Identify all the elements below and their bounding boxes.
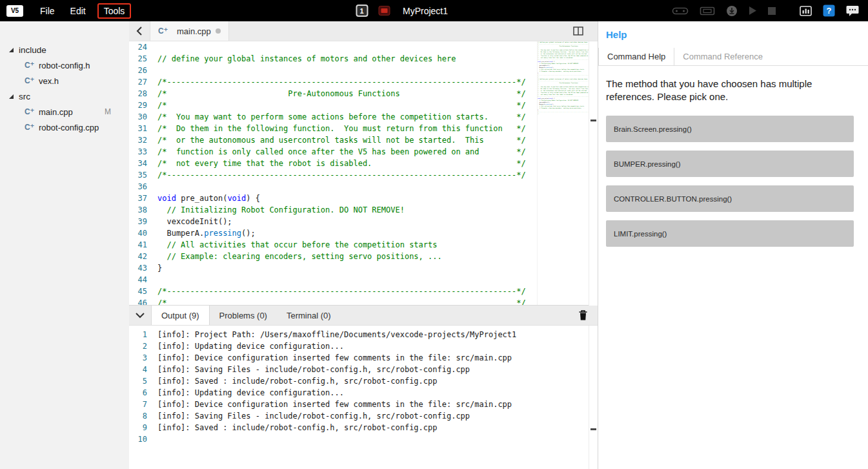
controller-icon[interactable] [672,6,689,16]
menu-file[interactable]: File [32,3,63,19]
console-line-text: [info]: Project Path: /Users/maxoffline/… [157,329,516,340]
back-chevron-icon[interactable] [129,21,150,41]
menu-tools[interactable]: Tools [97,3,132,19]
console-line-number: 9 [129,422,155,433]
play-icon[interactable] [749,6,757,16]
code-text-content: /* function is only called once after th… [157,146,526,158]
code-line: 31/* Do them in the following function. … [129,123,598,134]
tab-command-help[interactable]: Command Help [598,48,674,65]
code-line: 43} [129,262,598,274]
code-text-content: /*--------------------------------------… [157,76,526,88]
editor-scrollbar-handle[interactable] [590,120,596,121]
folder-expand-icon[interactable] [9,94,14,99]
output-panel-tabbar: Output (9) Problems (0) Terminal (0) [129,306,598,326]
editor-tab-main-cpp[interactable]: C⁺ main.cpp [150,21,229,41]
editor-tab-label: main.cpp [177,26,211,36]
help-option-button[interactable]: BUMPER.pressing() [606,151,854,177]
help-panel: Help Command Help Command Reference The … [598,21,868,469]
file-name: main.cpp [39,107,73,117]
minimap[interactable]: // define your global instances of motor… [537,41,589,305]
code-line: 35/*------------------------------------… [129,169,598,181]
split-editor-icon[interactable] [573,26,583,37]
console-line-text: [info]: Saved : include/robot-config.h, … [157,375,437,387]
code-line: 34/* not every time that the robot is di… [129,158,598,169]
file-robot-config.h[interactable]: C⁺robot-config.h [0,57,129,73]
line-number: 35 [129,169,155,181]
code-line: 30/* You may want to perform some action… [129,111,598,123]
clear-output-trash-icon[interactable] [579,310,587,322]
output-console[interactable]: 1[info]: Project Path: /Users/maxoffline… [129,326,598,469]
tab-command-reference-label: Command Reference [683,52,763,61]
code-line: 24 [129,41,598,53]
folder-src[interactable]: src [0,89,129,104]
console-line: 5[info]: Saved : include/robot-config.h,… [129,375,598,387]
console-line-number: 7 [129,399,155,410]
code-line: 26 [129,65,598,76]
scrollbar-strip[interactable] [589,41,598,469]
tab-problems[interactable]: Problems (0) [210,306,277,325]
console-line-number: 1 [129,329,155,340]
file-vex.h[interactable]: C⁺vex.h [0,73,129,89]
code-line: 32/* or the autonomous and usercontrol t… [129,134,598,146]
tab-terminal-label: Terminal (0) [287,311,331,320]
code-text-content: // Initializing Robot Configuration. DO … [157,204,405,216]
help-options: Brain.Screen.pressing()BUMPER.pressing()… [606,116,854,247]
console-line-text: [info]: Updating device configuration... [157,340,344,352]
console-line-text: [info]: Device configuration inserted fe… [157,399,512,410]
slot-number-icon[interactable]: 1 [356,5,368,17]
help-option-button[interactable]: CONTROLLER.BUTTON.pressing() [606,185,854,212]
collapse-panel-icon[interactable] [129,306,151,325]
console-scrollbar-handle[interactable] [590,428,596,430]
code-line: 39 vexcodeInit(); [129,216,598,227]
console-line-number: 6 [129,387,155,399]
console-lines: 1[info]: Project Path: /Users/maxoffline… [129,329,598,445]
main-area: includeC⁺robot-config.hC⁺vex.hsrcC⁺main.… [0,21,868,469]
line-number: 41 [129,239,155,251]
line-number: 24 [129,41,155,53]
code-text-content: // Example: clearing encoders, setting s… [157,251,442,262]
help-option-button[interactable]: Brain.Screen.pressing() [606,116,854,142]
cpp-file-icon: C⁺ [158,26,168,36]
console-line-text: [info]: Device configuration inserted fe… [157,352,512,364]
line-number: 46 [129,297,155,305]
line-number: 43 [129,262,155,274]
vexcode-logo: V5 [6,5,23,17]
file-tree: includeC⁺robot-config.hC⁺vex.hsrcC⁺main.… [0,42,129,135]
line-number: 25 [129,53,155,65]
code-text-content: /* */ [157,297,526,305]
feedback-icon[interactable] [846,5,859,16]
code-text-content: /* Pre-Autonomous Functions */ [157,88,526,99]
tab-terminal[interactable]: Terminal (0) [277,306,341,325]
line-number: 34 [129,158,155,169]
topbar: V5 File Edit Tools 1 MyProject1 ? [0,0,868,21]
console-line: 2[info]: Updating device configuration..… [129,340,598,352]
help-body: The method that you have choosen has mul… [598,66,868,255]
stop-icon[interactable] [768,7,776,15]
folder-expand-icon[interactable] [9,48,14,52]
help-icon[interactable]: ? [823,5,835,17]
help-message: The method that you have choosen has mul… [606,78,851,103]
file-robot-config.cpp[interactable]: C⁺robot-config.cpp [0,120,129,135]
tab-command-reference[interactable]: Command Reference [674,48,771,65]
brain-icon[interactable] [700,6,715,16]
brain-status-icon[interactable] [378,6,390,16]
tab-output[interactable]: Output (9) [151,306,210,325]
code-line: 45/*------------------------------------… [129,286,598,297]
line-number: 44 [129,274,155,286]
code-text-content: vexcodeInit(); [157,216,232,227]
code-text-content: } [157,262,162,274]
console-line: 7[info]: Device configuration inserted f… [129,399,598,410]
code-editor[interactable]: 2425// define your global instances of m… [129,41,598,305]
file-main.cpp[interactable]: C⁺main.cppM [0,104,129,120]
help-option-button[interactable]: LIMIT.pressing() [606,220,854,247]
menu-edit[interactable]: Edit [63,3,94,19]
code-line: 36 [129,181,598,193]
editor-column: C⁺ main.cpp 2425// define your global in… [129,21,598,469]
minimap-line: /* */ [538,113,589,115]
brain-dashboard-icon[interactable] [800,6,812,16]
folder-include[interactable]: include [0,42,129,57]
download-icon[interactable] [726,5,738,17]
code-line: 37void pre_auton(void) { [129,193,598,204]
code-line: 27/*------------------------------------… [129,76,598,88]
minimap-line: // Example: clearing encoders, setting s… [538,107,589,109]
